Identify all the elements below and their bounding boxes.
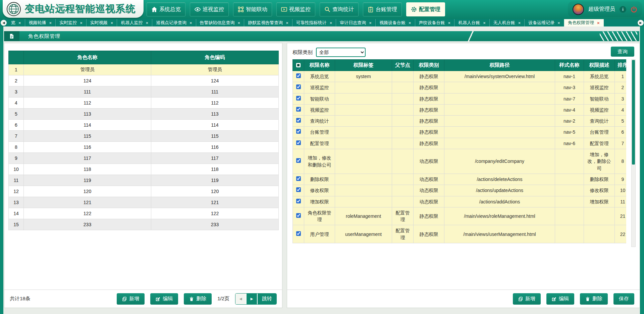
tab-scroll-left-icon[interactable]: ◀ <box>1 20 7 26</box>
select-all-checkbox[interactable] <box>293 60 304 71</box>
nav-台账管理[interactable]: 台账管理 <box>363 2 402 16</box>
role-row[interactable]: 10 118 118 <box>9 164 279 175</box>
permission-row[interactable]: 智能联动 静态权限 nav-7 智能联动 3 <box>293 93 627 104</box>
row-checkbox[interactable] <box>296 129 301 134</box>
avatar[interactable] <box>573 4 584 15</box>
row-checkbox[interactable] <box>296 158 301 163</box>
close-icon[interactable]: × <box>409 21 411 25</box>
info-icon[interactable]: i <box>620 6 626 13</box>
close-icon[interactable]: × <box>483 21 486 25</box>
tab-视频设备台账[interactable]: 视频设备台账× <box>376 19 415 26</box>
power-icon[interactable] <box>631 6 637 13</box>
row-checkbox[interactable] <box>296 199 301 203</box>
scrollbar-thumb[interactable] <box>632 60 635 165</box>
tab-巡视点记录查询[interactable]: 巡视点记录查询× <box>152 19 196 26</box>
close-icon[interactable]: × <box>18 21 21 25</box>
tab-审计日志查询[interactable]: 审计日志查询× <box>336 19 376 26</box>
tab-scroll-right-icon[interactable]: ▶ <box>638 20 644 26</box>
role-row[interactable]: 15 233 233 <box>9 219 279 230</box>
role-row[interactable]: 5 113 113 <box>9 109 279 120</box>
permission-row[interactable]: 视频监控 静态权限 nav-4 视频监控 4 <box>293 104 627 115</box>
permission-row[interactable]: 台账管理 静态权限 nav-5 台账管理 6 <box>293 127 627 138</box>
role-row[interactable]: 8 116 116 <box>9 142 279 153</box>
tab-实时监控[interactable]: 实时监控× <box>56 19 87 26</box>
tab-声纹设备台账[interactable]: 声纹设备台账× <box>415 19 455 26</box>
role-row[interactable]: 9 117 117 <box>9 153 279 164</box>
permission-row[interactable]: 删除权限 动态权限 /actions/deleteActions 删除权限 9 <box>293 174 627 185</box>
row-checkbox[interactable] <box>296 107 301 112</box>
role-row[interactable]: 14 122 122 <box>9 208 279 219</box>
next-page-icon[interactable]: ▶ <box>247 294 258 304</box>
close-icon[interactable]: × <box>111 21 113 25</box>
role-row[interactable]: 11 119 119 <box>9 175 279 186</box>
tab-览[interactable]: 览× <box>7 19 25 26</box>
role-add-button[interactable]: 新增 <box>117 293 145 305</box>
role-row[interactable]: 4 112 112 <box>9 98 279 109</box>
perm-edit-button[interactable]: 编辑 <box>546 293 574 305</box>
close-icon[interactable]: × <box>49 21 52 25</box>
query-button[interactable]: 查询 <box>611 47 634 57</box>
close-icon[interactable]: × <box>369 21 372 25</box>
row-checkbox[interactable] <box>296 84 301 89</box>
role-row[interactable]: 3 111 111 <box>9 86 279 98</box>
vertical-scrollbar[interactable] <box>631 59 636 247</box>
permission-row[interactable]: 增加权限 动态权限 /actions/addActions 增加权限 11 <box>293 196 627 207</box>
tab-视频轮播[interactable]: 视频轮播× <box>25 19 56 26</box>
jump-button[interactable]: 跳转 <box>258 294 276 304</box>
role-row[interactable]: 7 115 115 <box>9 131 279 142</box>
nav-配置管理[interactable]: 配置管理 <box>406 2 445 16</box>
permission-row[interactable]: 用户管理 userManagement 配置管理 静态权限 /main/view… <box>293 225 627 243</box>
permission-row[interactable]: 巡视监控 静态权限 nav-3 巡视监控 2 <box>293 82 627 93</box>
role-row[interactable]: 13 121 121 <box>9 197 279 208</box>
permission-row[interactable]: 配置管理 静态权限 nav-6 配置管理 7 <box>293 138 627 149</box>
row-checkbox[interactable] <box>296 213 301 218</box>
role-delete-button[interactable]: 删除 <box>184 293 212 305</box>
prev-page-icon[interactable]: ◀ <box>235 294 247 304</box>
row-checkbox[interactable] <box>296 140 301 145</box>
role-row[interactable]: 1 管理员 管理员 <box>9 64 279 75</box>
nav-系统总览[interactable]: 系统总览 <box>147 2 185 16</box>
close-icon[interactable]: × <box>448 21 451 25</box>
permission-type-select[interactable]: 全部 <box>316 48 366 57</box>
role-row[interactable]: 2 124 124 <box>9 75 279 86</box>
permission-row[interactable]: 角色权限管理 roleManagement 配置管理 静态权限 /main/vi… <box>293 207 627 225</box>
role-edit-button[interactable]: 编辑 <box>150 293 178 305</box>
perm-add-button[interactable]: 新增 <box>513 293 541 305</box>
tab-角色权限管理[interactable]: 角色权限管理× <box>564 19 604 26</box>
row-checkbox[interactable] <box>296 96 301 101</box>
close-icon[interactable]: × <box>557 21 560 25</box>
close-icon[interactable]: × <box>238 21 240 25</box>
close-icon[interactable]: × <box>518 21 521 25</box>
row-checkbox[interactable] <box>296 187 301 192</box>
role-row[interactable]: 12 120 120 <box>9 186 279 197</box>
tab-告警缺陷信息查询[interactable]: 告警缺陷信息查询× <box>196 19 245 26</box>
nav-巡视监控[interactable]: 巡视监控 <box>190 2 229 16</box>
close-icon[interactable]: × <box>146 21 148 25</box>
row-checkbox[interactable] <box>296 73 301 78</box>
tab-实时视频[interactable]: 实时视频× <box>87 19 117 26</box>
nav-视频监控[interactable]: 视频监控 <box>276 2 315 16</box>
close-icon[interactable]: × <box>597 21 600 25</box>
perm-save-button[interactable]: 保存 <box>613 293 634 305</box>
nav-查询统计[interactable]: 查询统计 <box>320 2 359 16</box>
tab-可靠性指标统计[interactable]: 可靠性指标统计× <box>292 19 336 26</box>
permission-row[interactable]: 增加，修改和删除公司 动态权限 /company/editCompany 增加，… <box>293 149 627 174</box>
row-checkbox[interactable] <box>296 118 301 123</box>
nav-智能联动[interactable]: 智能联动 <box>233 2 272 16</box>
permission-row[interactable]: 查询统计 静态权限 nav-2 查询统计 5 <box>293 116 627 127</box>
tab-设备运维记录[interactable]: 设备运维记录× <box>525 19 564 26</box>
permission-row[interactable]: 修改权限 动态权限 /actions/updateActions 修改权限 10 <box>293 185 627 196</box>
close-icon[interactable]: × <box>286 21 288 25</box>
role-row[interactable]: 6 114 114 <box>9 120 279 131</box>
tab-无人机台账[interactable]: 无人机台账× <box>490 19 525 26</box>
tab-机器人监控[interactable]: 机器人监控× <box>117 19 152 26</box>
close-icon[interactable]: × <box>190 21 192 25</box>
tab-静默监视告警查询[interactable]: 静默监视告警查询× <box>244 19 292 26</box>
row-checkbox[interactable] <box>296 176 301 181</box>
close-icon[interactable]: × <box>330 21 332 25</box>
permission-row[interactable]: 系统总览 system 静态权限 /main/views/systemOverv… <box>293 71 627 82</box>
tab-机器人台账[interactable]: 机器人台账× <box>454 19 490 26</box>
close-icon[interactable]: × <box>80 21 83 25</box>
row-checkbox[interactable] <box>296 231 301 236</box>
perm-delete-button[interactable]: 删除 <box>580 293 608 305</box>
